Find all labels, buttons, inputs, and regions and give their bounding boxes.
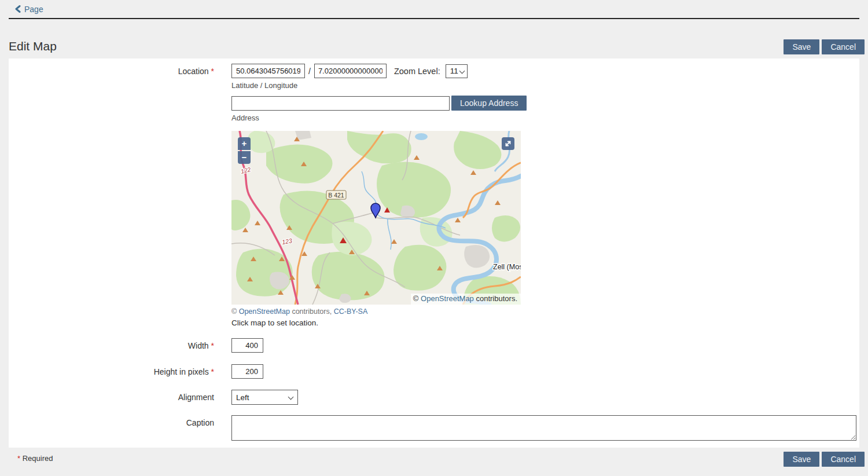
- address-input[interactable]: [231, 96, 450, 111]
- map-fullscreen-button[interactable]: [502, 137, 514, 150]
- footer-bar: * Required Save Cancel: [0, 448, 868, 467]
- required-note: * Required: [17, 452, 53, 463]
- osm-link-map[interactable]: OpenStreetMap: [421, 294, 474, 303]
- alignment-select[interactable]: Left: [231, 390, 298, 405]
- save-button[interactable]: Save: [784, 39, 819, 54]
- height-input[interactable]: [231, 364, 263, 379]
- save-button-bottom[interactable]: Save: [784, 452, 819, 467]
- map-row: 122 123 B 421 Zell (Mos + −: [9, 131, 859, 327]
- longitude-input[interactable]: [314, 64, 387, 78]
- alignment-label: Alignment: [9, 390, 214, 402]
- map-hint: Click map to set location.: [231, 318, 856, 327]
- latlng-helper: Latitude / Longitude: [231, 81, 856, 90]
- road-badge-b421: B 421: [326, 191, 346, 199]
- cc-by-sa-link[interactable]: CC-BY-SA: [334, 307, 368, 316]
- width-label: Width *: [9, 338, 214, 350]
- town-label-zell: Zell (Mos: [493, 263, 521, 271]
- topbar: Page: [9, 0, 859, 19]
- alignment-row: Alignment Left: [9, 390, 859, 405]
- address-row: Lookup Address Address: [9, 96, 859, 122]
- required-asterisk: *: [211, 67, 214, 76]
- osm-link[interactable]: OpenStreetMap: [239, 307, 290, 316]
- caption-row: Caption: [9, 415, 859, 443]
- location-label: Location *: [9, 64, 214, 76]
- zoom-level-label: Zoom Level:: [394, 67, 440, 76]
- lookup-address-button[interactable]: Lookup Address: [451, 96, 527, 111]
- latitude-input[interactable]: [231, 64, 305, 78]
- location-row: Location * / Zoom Level: 11 Latitude / L…: [9, 64, 859, 90]
- width-input[interactable]: [231, 338, 263, 353]
- svg-text:B 421: B 421: [328, 192, 344, 199]
- cancel-button[interactable]: Cancel: [822, 39, 865, 54]
- back-link-label: Page: [24, 5, 43, 14]
- back-link[interactable]: Page: [9, 5, 43, 14]
- latlng-separator: /: [308, 67, 311, 76]
- map-attribution-line: © OpenStreetMap contributors, CC-BY-SA: [231, 307, 856, 316]
- page-title: Edit Map: [9, 39, 57, 53]
- width-row: Width *: [9, 338, 859, 353]
- height-label: Height in pixels *: [9, 364, 214, 376]
- expand-arrows-icon: [504, 140, 512, 148]
- map-zoom-in-button[interactable]: +: [238, 137, 251, 150]
- cancel-button-bottom[interactable]: Cancel: [822, 452, 865, 467]
- height-row: Height in pixels *: [9, 364, 859, 379]
- page-header: Edit Map Save Cancel: [0, 19, 868, 58]
- address-helper: Address: [231, 113, 856, 122]
- caption-label: Caption: [9, 415, 214, 427]
- map-canvas[interactable]: 122 123 B 421 Zell (Mos + −: [231, 131, 521, 305]
- zoom-level-select[interactable]: 11: [446, 64, 468, 78]
- chevron-left-icon: [14, 5, 21, 13]
- map-tiles: 122 123 B 421 Zell (Mos: [231, 131, 521, 305]
- required-asterisk: *: [211, 341, 214, 350]
- map-attribution-overlay: © OpenStreetMap contributors.: [411, 294, 521, 305]
- form-panel: Location * / Zoom Level: 11 Latitude / L…: [9, 58, 859, 448]
- caption-textarea[interactable]: [231, 415, 856, 441]
- map-zoom-out-button[interactable]: −: [238, 151, 251, 164]
- required-asterisk: *: [211, 367, 214, 376]
